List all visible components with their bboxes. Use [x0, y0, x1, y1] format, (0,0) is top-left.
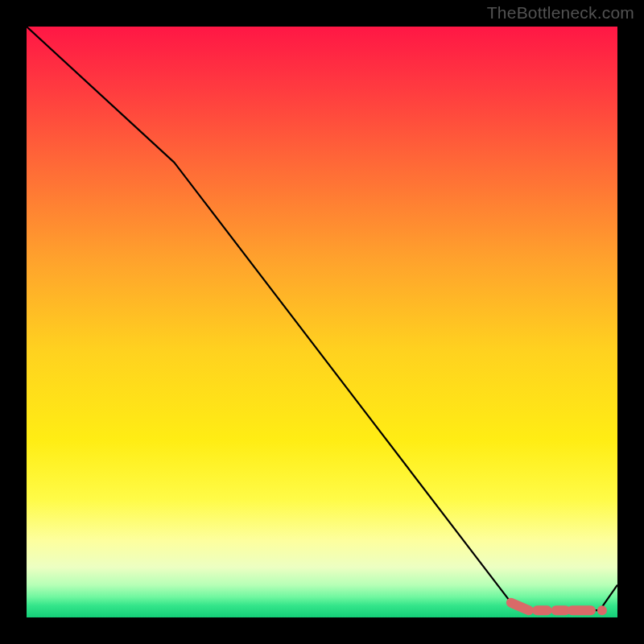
attribution-text: TheBottleneck.com [487, 3, 634, 23]
chart-frame: TheBottleneck.com [0, 0, 644, 644]
svg-point-4 [597, 605, 607, 615]
bottleneck-chart [27, 27, 617, 617]
gradient-background [27, 27, 617, 617]
plot-area [27, 27, 617, 617]
